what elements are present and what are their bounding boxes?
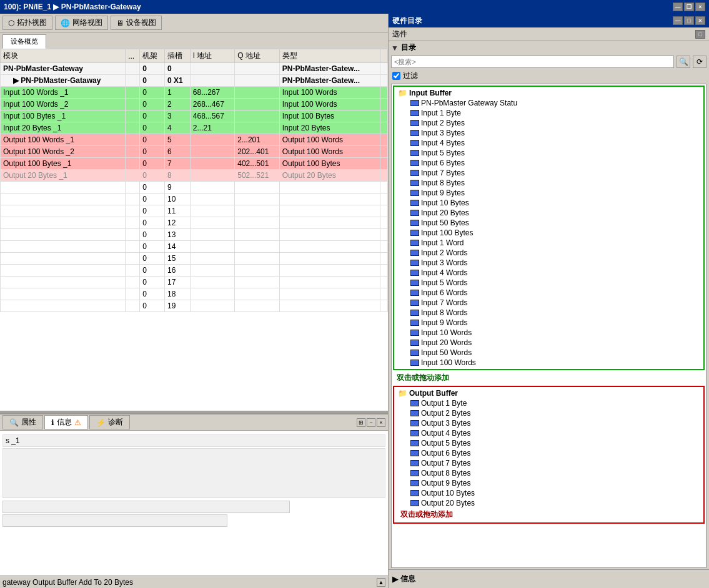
tab-diagnostics[interactable]: ⚡ 诊断: [89, 415, 130, 429]
input-row-1: [2, 501, 290, 513]
tree-item[interactable]: Input 7 Bytes: [395, 168, 702, 178]
tree-item[interactable]: Input 6 Words: [395, 288, 702, 298]
search-button[interactable]: 🔍: [677, 56, 690, 68]
tree-item[interactable]: Input 20 Bytes: [395, 208, 702, 218]
tree-item[interactable]: Input 1 Byte: [395, 108, 702, 118]
table-row[interactable]: 09: [1, 182, 388, 194]
tab-device-overview[interactable]: 设备概览: [2, 34, 46, 49]
close-panel-btn[interactable]: ×: [377, 418, 385, 427]
table-row[interactable]: 015: [1, 253, 388, 265]
properties-icon: 🔍: [9, 418, 19, 427]
input-buffer-section: 📁Input BufferPN-PbMaster Gateway StatuIn…: [393, 86, 705, 370]
tree-item[interactable]: Output 10 Bytes: [395, 488, 702, 498]
tree-item[interactable]: Output 5 Bytes: [395, 438, 702, 448]
info-section[interactable]: ▶ 信息: [389, 569, 709, 588]
tree-item[interactable]: Input 4 Bytes: [395, 138, 702, 148]
tree-item[interactable]: Input 8 Words: [395, 308, 702, 318]
tree-item[interactable]: Input 10 Words: [395, 328, 702, 338]
filter-checkbox[interactable]: [392, 72, 400, 80]
filter-row: 过滤: [389, 69, 709, 82]
table-row[interactable]: 014: [1, 241, 388, 253]
table-row[interactable]: Output 100 Words _206202...401Output 100…: [1, 146, 388, 158]
tree-item[interactable]: Output 20 Bytes: [395, 498, 702, 508]
table-row[interactable]: Output 20 Bytes _108502...521Output 20 B…: [1, 170, 388, 182]
tree-item[interactable]: Output 2 Bytes: [395, 408, 702, 418]
table-row[interactable]: 012: [1, 217, 388, 229]
tree-item[interactable]: Input 20 Words: [395, 338, 702, 348]
tree-item[interactable]: Output 1 Byte: [395, 398, 702, 408]
bottom-row-1: s _1: [2, 434, 385, 447]
right-maximize-btn[interactable]: □: [684, 16, 694, 25]
tree-item[interactable]: Input 5 Bytes: [395, 148, 702, 158]
device-icon: 🖥: [116, 19, 124, 27]
tree-item[interactable]: Input 50 Words: [395, 348, 702, 358]
tree-item[interactable]: Input 50 Bytes: [395, 218, 702, 228]
input-buffer-header[interactable]: 📁Input Buffer: [395, 88, 702, 98]
tree-item[interactable]: Input 1 Word: [395, 238, 702, 248]
table-row[interactable]: Input 20 Bytes _1042...21Input 20 Bytes: [1, 122, 388, 134]
table-row[interactable]: 011: [1, 205, 388, 217]
network-view-button[interactable]: 🌐 网络视图: [55, 16, 108, 30]
tree-item[interactable]: Output 4 Bytes: [395, 428, 702, 438]
catalog-search-input[interactable]: [391, 56, 674, 68]
table-row[interactable]: Input 100 Bytes _103468...567Input 100 B…: [1, 110, 388, 122]
info-tab-icon: ℹ: [51, 418, 54, 427]
topology-view-button[interactable]: ⬡ 拓扑视图: [2, 16, 52, 30]
output-buffer-header[interactable]: 📁Output Buffer: [395, 388, 702, 398]
restore-button[interactable]: ❐: [684, 2, 694, 11]
tree-item[interactable]: Input 2 Words: [395, 248, 702, 258]
right-win-controls: — □ ×: [673, 16, 705, 25]
table-container[interactable]: 模块 ... 机架 插槽 I 地址 Q 地址 类型 PN-PbMaster-Ga…: [0, 49, 388, 411]
table-row[interactable]: Output 100 Words _1052...201Output 100 W…: [1, 134, 388, 146]
tree-item[interactable]: Input 5 Words: [395, 278, 702, 288]
right-close-btn[interactable]: ×: [695, 16, 705, 25]
tree-item[interactable]: Input 9 Words: [395, 318, 702, 328]
table-row[interactable]: 013: [1, 229, 388, 241]
expand-btn[interactable]: ⊞: [357, 418, 365, 427]
tree-item[interactable]: Output 3 Bytes: [395, 418, 702, 428]
tree-item[interactable]: Input 7 Words: [395, 298, 702, 308]
table-row[interactable]: 010: [1, 194, 388, 205]
tree-item[interactable]: Output 9 Bytes: [395, 478, 702, 488]
col-type: 类型: [279, 49, 380, 63]
tab-info[interactable]: ℹ 信息 ⚠: [44, 415, 88, 429]
tree-item[interactable]: Input 3 Bytes: [395, 128, 702, 138]
table-row[interactable]: 017: [1, 277, 388, 288]
collapse-btn[interactable]: −: [367, 418, 375, 427]
catalog-tree[interactable]: 📁Input BufferPN-PbMaster Gateway StatuIn…: [391, 84, 707, 568]
tree-item[interactable]: Input 4 Words: [395, 268, 702, 278]
table-row[interactable]: 016: [1, 265, 388, 277]
catalog-expand-btn[interactable]: □: [695, 30, 705, 39]
tree-item[interactable]: Input 9 Bytes: [395, 188, 702, 198]
tree-item[interactable]: Input 10 Bytes: [395, 198, 702, 208]
scroll-up-btn[interactable]: ▲: [377, 578, 385, 587]
right-minimize-btn[interactable]: —: [673, 16, 683, 25]
table-row[interactable]: 019: [1, 300, 388, 312]
search-next-button[interactable]: ⟳: [693, 56, 707, 68]
tree-item[interactable]: Input 100 Bytes: [395, 228, 702, 238]
tree-item[interactable]: Input 8 Bytes: [395, 178, 702, 188]
tree-item[interactable]: Input 2 Bytes: [395, 118, 702, 128]
info-expand-icon: ▶: [392, 575, 398, 584]
tree-item[interactable]: Input 100 Words: [395, 358, 702, 368]
tree-item[interactable]: Output 6 Bytes: [395, 448, 702, 458]
bottom-content: s _1: [0, 431, 388, 576]
minimize-button[interactable]: —: [673, 2, 683, 11]
table-row[interactable]: Output 100 Bytes _107402...501Output 100…: [1, 158, 388, 170]
tree-item[interactable]: Input 6 Bytes: [395, 158, 702, 168]
tree-item[interactable]: Input 3 Words: [395, 258, 702, 268]
tree-item[interactable]: Output 7 Bytes: [395, 458, 702, 468]
table-row[interactable]: Input 100 Words _202268...467Input 100 W…: [1, 99, 388, 110]
tree-item[interactable]: PN-PbMaster Gateway Statu: [395, 98, 702, 108]
table-row[interactable]: 018: [1, 288, 388, 300]
panel-controls: ⊞ − ×: [357, 418, 385, 427]
device-table: 模块 ... 机架 插槽 I 地址 Q 地址 类型 PN-PbMaster-Ga…: [0, 49, 388, 312]
tab-properties[interactable]: 🔍 属性: [2, 415, 43, 429]
table-row[interactable]: ▶ PN-PbMaster-Gataway00 X1PN-PbMaster-Ga…: [1, 75, 388, 87]
device-view-button[interactable]: 🖥 设备视图: [111, 16, 162, 30]
table-row[interactable]: PN-PbMaster-Gateway00PN-PbMaster-Gatew..…: [1, 63, 388, 75]
directory-section[interactable]: ▼ 目录: [389, 41, 709, 54]
close-button[interactable]: ×: [695, 2, 705, 11]
table-row[interactable]: Input 100 Words _10168...267Input 100 Wo…: [1, 87, 388, 99]
tree-item[interactable]: Output 8 Bytes: [395, 468, 702, 478]
